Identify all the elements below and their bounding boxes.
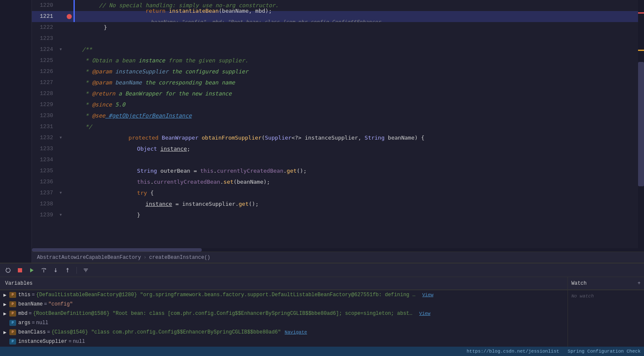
svg-marker-0 — [6, 268, 8, 269]
var-name-this: this — [18, 292, 31, 298]
line-1239: 1239 ▾ } — [32, 210, 644, 221]
watch-label-text: Watch — [571, 280, 587, 286]
code-1224: /** — [73, 44, 92, 55]
var-view-mbd[interactable]: View — [419, 311, 430, 316]
breadcrumb-class[interactable]: AbstractAutowireCapableBeanFactory — [37, 255, 141, 261]
var-row-beanname[interactable]: ▶ P beanName = "config" — [0, 300, 568, 309]
watch-label: Watch + — [568, 277, 644, 290]
line-1221: 1221 return instantiateBean(beanName, mb… — [32, 11, 644, 22]
fold-icon-1237[interactable]: ▾ — [56, 188, 65, 199]
expand-icon-this: ▶ — [3, 292, 9, 298]
line-number-1220: 1220 — [35, 0, 56, 11]
line-number-1233: 1233 — [35, 143, 56, 154]
status-url[interactable]: https://blog.csdn.net/jessionlist — [467, 349, 559, 354]
var-eq-args: = — [32, 320, 35, 326]
warning-marker-1 — [638, 50, 644, 51]
svg-rect-1 — [18, 268, 22, 272]
status-text: Spring Configuration Check — [568, 349, 641, 354]
line-number-1237: 1237 — [35, 188, 56, 199]
line-1228: 1228 * @return a BeanWrapper for the new… — [32, 88, 644, 99]
line-number-1239: 1239 — [35, 210, 56, 221]
svg-marker-6 — [54, 271, 57, 272]
line-number-1226: 1226 — [35, 66, 56, 77]
line-number-1224: 1224 — [35, 44, 56, 55]
variables-panel[interactable]: ▶ P this = {DefaultListableBeanFactory@1… — [0, 290, 568, 347]
line-1227: 1227 * @param beanName the corresponding… — [32, 77, 644, 88]
var-view-this[interactable]: View — [422, 292, 433, 297]
code-editor: 1220 // No special handling: simply use … — [32, 0, 644, 248]
var-icon-this: P — [9, 292, 16, 298]
line-number-1234: 1234 — [35, 154, 56, 165]
line-number-1225: 1225 — [35, 55, 56, 66]
debug-stop-button[interactable] — [15, 266, 25, 275]
line-number-1235: 1235 — [35, 165, 56, 177]
line-number-1236: 1236 — [35, 177, 56, 188]
editor-panel: 1220 // No special handling: simply use … — [0, 0, 644, 263]
var-row-mbd[interactable]: ▶ P mbd = {RootBeanDefinition@1586} "Roo… — [0, 309, 568, 318]
line-1226: 1226 * @param instanceSupplier the confi… — [32, 66, 644, 77]
var-icon-args: P — [9, 320, 16, 326]
line-number-1229: 1229 — [35, 99, 56, 110]
var-value-args: null — [36, 320, 48, 326]
breakpoint-dot-1221 — [67, 14, 72, 19]
line-1229: 1229 * @since 5.0 — [32, 99, 644, 110]
code-1228: * @return a BeanWrapper for the new inst… — [73, 88, 232, 99]
fold-icon-1224[interactable]: ▾ — [56, 44, 65, 55]
var-eq-instancesupplier: = — [68, 339, 71, 345]
line-number-1227: 1227 — [35, 77, 56, 88]
var-eq-this: = — [32, 292, 35, 298]
line-1233: 1233 Object instance; — [32, 143, 644, 154]
svg-marker-2 — [30, 268, 34, 272]
debug-content-area: ▶ P this = {DefaultListableBeanFactory@1… — [0, 290, 644, 347]
var-name-beanclass: beanClass — [18, 329, 46, 335]
var-row-instancesupplier[interactable]: P instanceSupplier = null — [0, 337, 568, 346]
scrollbar-thumb-v[interactable] — [638, 62, 644, 186]
no-watch-text: No watch — [568, 290, 644, 302]
var-value-instancesupplier: null — [73, 339, 85, 345]
debug-step-over-button[interactable] — [39, 266, 48, 275]
var-navigate-beanclass[interactable]: Navigate — [285, 330, 307, 335]
watch-add-button[interactable]: + — [638, 280, 641, 286]
var-value-beanclass: {Class@1546} "class com.phr.config.Confi… — [51, 329, 281, 335]
scrollbar-track-v[interactable] — [638, 0, 644, 248]
scrollbar-thumb-h[interactable] — [32, 248, 202, 252]
var-row-args[interactable]: P args = null — [0, 318, 568, 328]
var-icon-beanname: P — [9, 301, 16, 307]
line-number-1221: 1221 — [35, 11, 56, 22]
fold-icon-1232[interactable]: ▾ — [56, 132, 65, 143]
var-name-instancesupplier: instanceSupplier — [18, 339, 67, 345]
breadcrumb-separator: › — [144, 255, 147, 261]
error-marker-top — [638, 12, 644, 14]
var-row-this[interactable]: ▶ P this = {DefaultListableBeanFactory@1… — [0, 290, 568, 300]
var-eq-mbd: = — [29, 311, 32, 317]
breadcrumb-bar: AbstractAutowireCapableBeanFactory › cre… — [32, 252, 644, 263]
debug-step-into-button[interactable] — [51, 266, 60, 275]
expand-icon-beanclass: ▶ — [3, 329, 9, 336]
watch-panel: No watch — [568, 290, 644, 347]
debug-filter-button[interactable] — [81, 266, 90, 275]
line-number-1228: 1228 — [35, 88, 56, 99]
breadcrumb-method[interactable]: createBeanInstance() — [149, 255, 210, 261]
variables-label-text: Variables — [5, 280, 33, 286]
line-1223: 1223 — [32, 33, 644, 44]
scrollbar-h[interactable] — [32, 248, 644, 252]
debug-resume-button[interactable] — [27, 266, 37, 275]
debug-restart-button[interactable] — [3, 266, 13, 275]
code-1230: * @see #getObjectForBeanInstance — [73, 110, 192, 121]
svg-marker-8 — [66, 268, 69, 269]
var-row-beanclass[interactable]: ▶ P beanClass = {Class@1546} "class com.… — [0, 328, 568, 337]
debug-step-out-button[interactable] — [63, 266, 72, 275]
fold-icon-1239[interactable]: ▾ — [56, 210, 65, 221]
var-icon-mbd: P — [9, 311, 16, 317]
var-icon-beanclass: P — [9, 329, 16, 335]
code-1225: * Obtain a bean instance from the given … — [73, 55, 248, 66]
line-1225: 1225 * Obtain a bean instance from the g… — [32, 55, 644, 66]
var-name-beanname: beanName — [18, 301, 43, 307]
line-1224: 1224 ▾ /** — [32, 44, 644, 55]
app-container: 1220 // No special handling: simply use … — [0, 0, 644, 356]
code-1227: * @param beanName the corresponding bean… — [73, 77, 235, 88]
debug-panel: Variables Watch + ▶ P this = {DefaultLis… — [0, 263, 644, 356]
breakpoint-1221[interactable] — [65, 14, 73, 19]
code-1226: * @param instanceSupplier the configured… — [73, 66, 248, 77]
var-value-this: {DefaultListableBeanFactory@1280} "org.s… — [36, 292, 418, 298]
